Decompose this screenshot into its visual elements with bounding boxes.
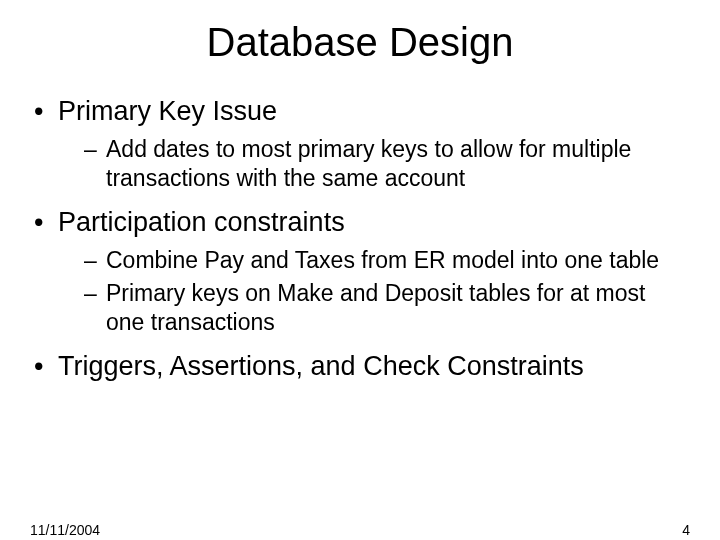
slide-body: Primary Key Issue Add dates to most prim… — [0, 95, 720, 384]
slide: Database Design Primary Key Issue Add da… — [0, 20, 720, 540]
footer-date: 11/11/2004 — [30, 522, 100, 538]
sub-bullet-item: Add dates to most primary keys to allow … — [84, 135, 690, 193]
sub-bullet-list: Add dates to most primary keys to allow … — [58, 135, 690, 193]
bullet-text: Participation constraints — [58, 207, 345, 237]
bullet-text: Triggers, Assertions, and Check Constrai… — [58, 351, 584, 381]
slide-title: Database Design — [0, 20, 720, 65]
bullet-list: Primary Key Issue Add dates to most prim… — [30, 95, 690, 384]
sub-bullet-text: Combine Pay and Taxes from ER model into… — [106, 247, 659, 273]
bullet-item: Primary Key Issue Add dates to most prim… — [30, 95, 690, 192]
sub-bullet-text: Add dates to most primary keys to allow … — [106, 136, 631, 191]
sub-bullet-item: Primary keys on Make and Deposit tables … — [84, 279, 690, 337]
sub-bullet-text: Primary keys on Make and Deposit tables … — [106, 280, 645, 335]
sub-bullet-list: Combine Pay and Taxes from ER model into… — [58, 246, 690, 336]
sub-bullet-item: Combine Pay and Taxes from ER model into… — [84, 246, 690, 275]
bullet-item: Triggers, Assertions, and Check Constrai… — [30, 350, 690, 384]
bullet-text: Primary Key Issue — [58, 96, 277, 126]
footer-page-number: 4 — [682, 522, 690, 538]
bullet-item: Participation constraints Combine Pay an… — [30, 206, 690, 336]
